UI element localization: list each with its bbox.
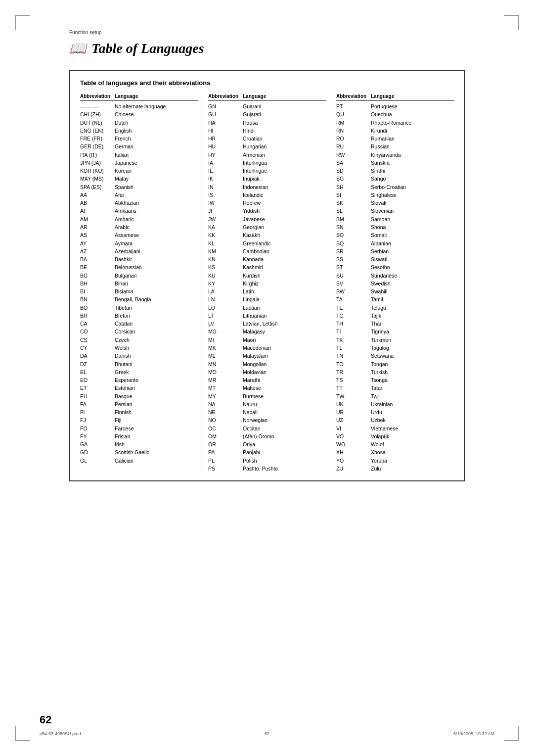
table-row: HAHausa — [208, 119, 326, 127]
lang-cell: Portuguese — [371, 102, 398, 110]
table-row: TATamil — [336, 295, 454, 303]
lang-cell: Burmese — [243, 392, 264, 400]
lang-cell: Xhosa — [371, 448, 386, 456]
abbr-cell: RW — [336, 151, 371, 159]
abbr-cell: TT — [336, 384, 371, 392]
table-row: NENepali — [208, 408, 326, 416]
table-row: AYAymara — [80, 239, 198, 247]
lang-cell: Nauru — [243, 400, 257, 408]
abbr-cell: FO — [80, 425, 115, 432]
table-row: SISinghalese — [336, 191, 454, 199]
lang-cell: Italian — [115, 151, 129, 159]
lang-cell: Yiddish — [243, 207, 260, 215]
table-row: BIBislama — [80, 287, 198, 295]
table-row: THThai — [336, 320, 454, 328]
table-row: MYBurmese — [208, 392, 326, 400]
abbr-cell: QU — [336, 110, 371, 118]
section-title: Table of languages and their abbreviatio… — [80, 79, 454, 87]
abbr-cell: ITA (IT) — [80, 151, 115, 159]
lang-cell: Interlingue — [243, 167, 267, 175]
abbr-cell: HI — [208, 127, 243, 135]
lang-cell: Galician — [115, 457, 134, 465]
table-row: GAIrish — [80, 440, 198, 448]
table-row: JWJavanese — [208, 215, 326, 223]
table-row: TGTajik — [336, 312, 454, 320]
lang-cell: Czech — [115, 336, 130, 344]
abbr-cell: NA — [208, 400, 243, 408]
table-row: IAInterlingua — [208, 159, 326, 167]
lang-cell: Finnish — [115, 408, 132, 416]
lang-cell: Interlingua — [243, 159, 267, 167]
table-row: MGMalagasy — [208, 328, 326, 335]
table-row: IEInterlingue — [208, 167, 326, 175]
abbr-cell: RO — [336, 135, 371, 142]
lang-cell: Shona — [371, 223, 386, 231]
lang-cell: Korean — [115, 167, 132, 175]
corner-decoration-tl — [15, 15, 30, 30]
abbr-cell: SM — [336, 215, 371, 223]
abbr-cell: FJ — [80, 416, 115, 424]
lang-cell: Twi — [371, 392, 379, 400]
table-row: LALatin — [208, 287, 326, 295]
lang-cell: Kashmiri — [243, 263, 263, 271]
lang-cell: Tigrinya — [371, 328, 389, 335]
lang-cell: German — [115, 142, 134, 150]
abbr-cell: MR — [208, 376, 243, 384]
table-row: LNLingala — [208, 295, 326, 303]
table-row: RURussian — [336, 142, 454, 150]
table-row: SWSwahili — [336, 287, 454, 295]
page-number: 62 — [40, 713, 51, 726]
table-row: TSTsonga — [336, 376, 454, 384]
lang-cell: Albanian — [371, 239, 391, 247]
lang-cell: Ukrainian — [371, 400, 393, 408]
abbr-cell: SR — [336, 247, 371, 255]
lang-cell: Hungarian — [243, 142, 267, 150]
table-row: ABAbkhazian — [80, 199, 198, 207]
lang-cell: Esperanto — [115, 376, 138, 384]
lang-cell: Sanskrit — [371, 159, 390, 167]
table-row: SOSomali — [336, 231, 454, 239]
table-row: BGBulgarian — [80, 272, 198, 280]
table-row: GER (DE)German — [80, 142, 198, 150]
abbr-cell: JI — [208, 207, 243, 215]
table-row: VOVolapük — [336, 432, 454, 440]
abbr-cell: TO — [336, 360, 371, 368]
abbr-cell: SO — [336, 231, 371, 239]
abbr-cell: AF — [80, 207, 115, 215]
table-row: ZUZulu — [336, 465, 454, 472]
table-row: AAAfar — [80, 191, 198, 199]
lang-cell: Greek — [115, 368, 129, 376]
lang-cell: Telugu — [371, 304, 386, 312]
table-row: CHI (ZH)Chinese — [80, 110, 198, 118]
table-row: INIndonesian — [208, 183, 326, 191]
lang-cell: No alternate language — [115, 102, 166, 110]
lang-cell: Armenian — [243, 151, 265, 159]
table-row: MKMacedonian — [208, 344, 326, 352]
abbr-cell: TS — [336, 376, 371, 384]
abbr-cell: HR — [208, 135, 243, 142]
lang-cell: Scottish Gaelic — [115, 448, 149, 456]
table-row: FAPersian — [80, 400, 198, 408]
lang-cell: Slovak — [371, 199, 387, 207]
abbr-cell: YO — [336, 457, 371, 465]
lang-cell: Tamil — [371, 295, 383, 303]
page-title: 📖 Table of Languages — [69, 40, 494, 56]
abbr-cell: BA — [80, 255, 115, 263]
col-header-0: AbbreviationLanguage — [80, 94, 198, 101]
table-row: TTTatar — [336, 384, 454, 392]
table-row: TNSetswana — [336, 352, 454, 360]
abbr-cell: AR — [80, 223, 115, 231]
abbr-cell: MT — [208, 384, 243, 392]
abbr-cell: TL — [336, 344, 371, 352]
abbr-cell: NE — [208, 408, 243, 416]
abbr-cell: GU — [208, 110, 243, 118]
table-row: MTMaltese — [208, 384, 326, 392]
abbr-cell: BO — [80, 304, 115, 312]
lang-cell: Kazakh — [243, 231, 260, 239]
table-row: AFAfrikaans — [80, 207, 198, 215]
abbr-cell: RN — [336, 127, 371, 135]
table-row: TWTwi — [336, 392, 454, 400]
abbr-cell: SG — [336, 175, 371, 183]
table-row: BOTibetan — [80, 304, 198, 312]
lang-cell: Bislama — [115, 287, 133, 295]
